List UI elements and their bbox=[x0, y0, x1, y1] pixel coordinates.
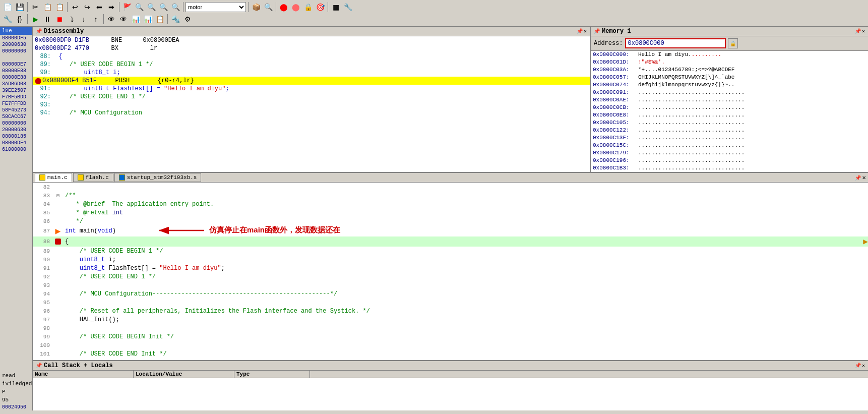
paste-btn[interactable]: 📋 bbox=[54, 2, 65, 13]
back-btn[interactable]: ⬅ bbox=[94, 2, 105, 13]
pause-btn[interactable]: ⏸ bbox=[42, 14, 53, 25]
copy-btn[interactable]: 📋 bbox=[42, 2, 53, 13]
step-out-btn[interactable]: ↑ bbox=[90, 14, 101, 25]
callstack-content[interactable] bbox=[33, 378, 868, 410]
code-content[interactable]: 82 83 ⊟ /** 84 bbox=[33, 183, 868, 360]
watch1-btn[interactable]: 👁 bbox=[106, 14, 117, 25]
code-line-92: 92 /* USER CODE END 1 */ bbox=[33, 272, 868, 281]
callstack-pin2: 📌 bbox=[855, 363, 861, 369]
find-btn[interactable]: 🔍 bbox=[263, 2, 274, 13]
linenum-82: 82 bbox=[33, 184, 53, 190]
linenum-87: 87 bbox=[33, 228, 53, 234]
asm-code-88: { bbox=[55, 53, 62, 60]
bottom-section: main.c flash.c startup_stm32f103xb.s 📌 ✕ bbox=[33, 173, 868, 410]
marker-88 bbox=[53, 239, 63, 245]
project-combo[interactable]: motor bbox=[185, 2, 246, 12]
more-btn[interactable]: 🔩 bbox=[170, 14, 181, 25]
redo-btn[interactable]: ↪ bbox=[82, 2, 93, 13]
asm-mnem-5: PUSH bbox=[108, 77, 143, 84]
callstack-col-type: Type bbox=[234, 371, 310, 378]
memory-content[interactable]: 0x0800C000: Hello I am diyu.......... 0x… bbox=[591, 51, 868, 172]
config-btn[interactable]: ⚙ bbox=[182, 14, 193, 25]
editor-pin[interactable]: 📌 bbox=[855, 175, 861, 181]
sidebar-item-lue[interactable]: lue bbox=[0, 27, 32, 35]
memory-pin: 📌 bbox=[594, 28, 600, 34]
linenum-95: 95 bbox=[33, 300, 53, 306]
braces-btn[interactable]: {} bbox=[14, 14, 25, 25]
linenum-97: 97 bbox=[33, 317, 53, 323]
asm-line-1: 0x08000DF2 4770 BX lr bbox=[33, 44, 590, 52]
undo-btn[interactable]: ↩ bbox=[70, 2, 81, 13]
tab-flash-c[interactable]: flash.c bbox=[73, 173, 113, 182]
search1-btn[interactable]: 🔍 bbox=[134, 2, 145, 13]
callstack-col-name: Name bbox=[33, 371, 134, 378]
fold-83[interactable]: ⊟ bbox=[56, 193, 59, 199]
code-line-97: 97 HAL_Init(); bbox=[33, 315, 868, 324]
asm-line-7: 92: /* USER CODE END 1 */ bbox=[33, 93, 590, 101]
target-btn[interactable]: 🎯 bbox=[315, 2, 326, 13]
code-text-99: /* USER CODE BEGIN Init */ bbox=[63, 333, 868, 340]
reg-btn[interactable]: 📋 bbox=[154, 14, 165, 25]
mem-addr-15: 0x0800C1B3: bbox=[593, 165, 638, 171]
step-over-btn[interactable]: ⤵ bbox=[66, 14, 77, 25]
asm-linenum-94: 94: bbox=[35, 109, 55, 116]
memory-addr-input[interactable] bbox=[625, 38, 726, 48]
search2-btn[interactable]: 🔍 bbox=[146, 2, 157, 13]
mem-data-2: *+....0123456789:;<=>?@ABCDEF bbox=[638, 67, 866, 73]
code-text-88: { bbox=[63, 238, 853, 245]
linenum-100: 100 bbox=[33, 342, 53, 348]
tab-startup[interactable]: startup_stm32f103xb.s bbox=[114, 173, 202, 182]
sidebar-bottom-hex: 00024950 bbox=[0, 404, 32, 410]
asm-line-2: 88: { bbox=[33, 52, 590, 61]
left-sidebar: lue 08000DF5 20000630 00000000 08000DE7 … bbox=[0, 27, 33, 410]
memory-panel: 📌 Memory 1 📌 ✕ Address: 🔒 0x0800C000: bbox=[591, 27, 868, 172]
marker-87: ▶ bbox=[53, 225, 63, 236]
mem2-btn[interactable]: 📊 bbox=[142, 14, 153, 25]
memory-lock-btn[interactable]: 🔒 bbox=[728, 38, 738, 48]
build-btn[interactable]: 📦 bbox=[251, 2, 262, 13]
mem-line-10: 0x0800C122: ............................… bbox=[591, 127, 868, 134]
lock-btn[interactable]: 🔒 bbox=[302, 2, 314, 13]
settings-btn[interactable]: 🔧 bbox=[342, 2, 353, 13]
annotation-text: 仿真停止在main函数外，发现数据还在 bbox=[209, 225, 340, 235]
tab-main-c[interactable]: main.c bbox=[35, 173, 72, 182]
sidebar-95: 95 bbox=[0, 396, 32, 404]
stop-btn[interactable]: ⏹ bbox=[54, 14, 65, 25]
red-circle-btn[interactable]: ⬤ bbox=[278, 2, 289, 13]
memory-close[interactable]: ✕ bbox=[862, 28, 865, 34]
memory-pin2: 📌 bbox=[855, 28, 861, 34]
editor-close[interactable]: ✕ bbox=[862, 175, 866, 181]
asm-addr-1: 0x08000DF2 4770 bbox=[35, 45, 100, 52]
cut-btn[interactable]: ✂ bbox=[30, 2, 41, 13]
code-line-99: 99 /* USER CODE BEGIN Init */ bbox=[33, 332, 868, 341]
disassembly-close[interactable]: ✕ bbox=[584, 28, 587, 34]
disassembly-content[interactable]: 0x08000DF0 D1FB BNE 0x08000DEA 0x08000DF… bbox=[33, 36, 590, 172]
search3-btn[interactable]: 🔍 bbox=[158, 2, 169, 13]
mem-data-0: Hello I am diyu.......... bbox=[638, 51, 866, 58]
watch2-btn[interactable]: 👁 bbox=[118, 14, 129, 25]
bookmark-btn[interactable]: 🚩 bbox=[121, 2, 133, 13]
forward-btn[interactable]: ➡ bbox=[106, 2, 117, 13]
pink-circle-btn[interactable]: ⬤ bbox=[290, 2, 301, 13]
layout-btn[interactable]: ▦ bbox=[330, 2, 341, 13]
memory-title-area: 📌 Memory 1 bbox=[594, 28, 631, 35]
sidebar-read: read bbox=[0, 372, 32, 380]
mem1-btn[interactable]: 📊 bbox=[130, 14, 141, 25]
save-btn[interactable]: 💾 bbox=[14, 2, 25, 13]
code-line-98: 98 bbox=[33, 324, 868, 332]
callstack-title: Call Stack + Locals bbox=[44, 362, 113, 369]
disassembly-pin2: 📌 bbox=[577, 28, 583, 34]
step-into-btn[interactable]: ↓ bbox=[78, 14, 89, 25]
mem-addr-5: 0x0800C091: bbox=[593, 89, 638, 96]
linenum-94: 94 bbox=[33, 291, 53, 297]
run-btn[interactable]: ▶ bbox=[30, 14, 41, 25]
mem-line-12: 0x0800C15C: ............................… bbox=[591, 142, 868, 149]
sidebar-hex-6: 08000E88 bbox=[0, 74, 32, 81]
callstack-close[interactable]: ✕ bbox=[862, 363, 865, 369]
debug-btn[interactable]: 🔧 bbox=[2, 14, 13, 25]
mem-data-3: GHIJKLMNOPQRSTUVWXYZ[\]^_`abc bbox=[638, 74, 866, 81]
mem-line-13: 0x0800C179: ............................… bbox=[591, 149, 868, 157]
new-file-btn[interactable]: 📄 bbox=[2, 2, 13, 13]
toolbar: 📄 💾 ✂ 📋 📋 ↩ ↪ ⬅ ➡ 🚩 🔍 🔍 🔍 🔍 motor 📦 🔍 ⬤ … bbox=[0, 0, 868, 27]
search4-btn[interactable]: 🔍 bbox=[170, 2, 181, 13]
